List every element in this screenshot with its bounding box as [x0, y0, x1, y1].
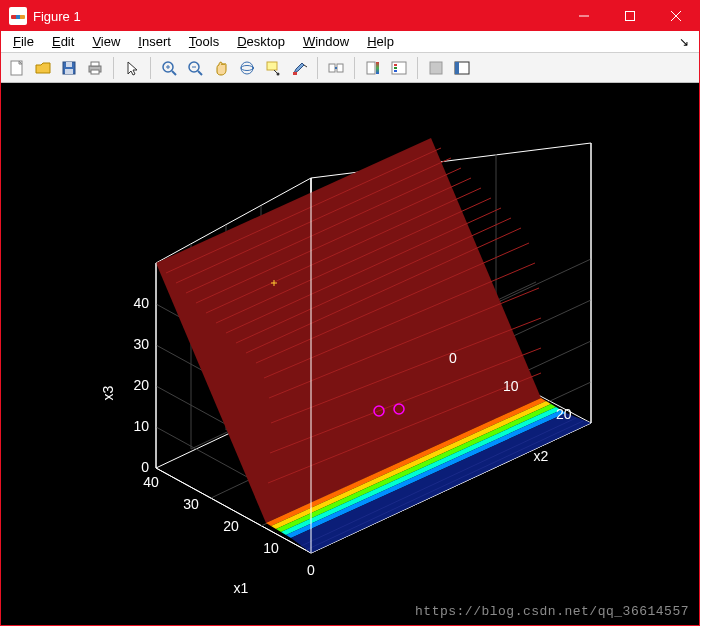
x2-tick-0: 0	[449, 350, 457, 366]
svg-rect-26	[367, 62, 375, 74]
axes-3d[interactable]: 0 10 20 30 40 x3 0 10 20 30 40 x1 0 10 2…	[1, 83, 699, 625]
x1-tick-40: 40	[143, 474, 159, 490]
svg-rect-34	[455, 62, 459, 74]
x1-axis-label: x1	[234, 580, 249, 596]
toolbar	[1, 53, 699, 83]
svg-point-18	[241, 62, 253, 74]
menu-insert[interactable]: Insert	[132, 32, 177, 51]
x3-tick-40: 40	[133, 295, 149, 311]
svg-rect-7	[65, 69, 73, 74]
open-button[interactable]	[31, 56, 55, 80]
toolbar-separator	[354, 57, 355, 79]
surface-plot: 0 10 20 30 40 x3 0 10 20 30 40 x1 0 10 2…	[1, 83, 699, 621]
menu-help[interactable]: Help	[361, 32, 400, 51]
pointer-button[interactable]	[120, 56, 144, 80]
svg-point-21	[277, 72, 280, 75]
legend-button[interactable]	[387, 56, 411, 80]
colorbar-button[interactable]	[361, 56, 385, 80]
figure-window: Figure 1 File Edit View Insert Tools Des…	[0, 0, 700, 626]
toolbar-separator	[417, 57, 418, 79]
svg-rect-22	[293, 72, 297, 75]
x3-axis-label: x3	[100, 385, 116, 400]
x3-tick-10: 10	[133, 418, 149, 434]
watermark-text: https://blog.csdn.net/qq_36614557	[415, 604, 689, 619]
x2-tick-10: 10	[503, 378, 519, 394]
new-figure-button[interactable]	[5, 56, 29, 80]
svg-rect-1	[626, 12, 635, 21]
toolbar-separator	[113, 57, 114, 79]
x1-tick-20: 20	[223, 518, 239, 534]
close-button[interactable]	[653, 1, 699, 31]
svg-rect-20	[267, 62, 277, 70]
save-button[interactable]	[57, 56, 81, 80]
svg-point-19	[241, 65, 253, 70]
svg-rect-24	[337, 64, 343, 72]
x3-tick-30: 30	[133, 336, 149, 352]
rotate3d-button[interactable]	[235, 56, 259, 80]
hide-tools-button[interactable]	[424, 56, 448, 80]
pan-button[interactable]	[209, 56, 233, 80]
svg-line-16	[198, 71, 202, 75]
zoom-in-button[interactable]	[157, 56, 181, 80]
svg-rect-32	[430, 62, 442, 74]
toolbar-separator	[317, 57, 318, 79]
menu-desktop[interactable]: Desktop	[231, 32, 291, 51]
menu-edit[interactable]: Edit	[46, 32, 80, 51]
svg-rect-9	[91, 62, 99, 66]
print-button[interactable]	[83, 56, 107, 80]
svg-line-12	[172, 71, 176, 75]
titlebar[interactable]: Figure 1	[1, 1, 699, 31]
menu-file[interactable]: File	[7, 32, 40, 51]
maximize-button[interactable]	[607, 1, 653, 31]
menubar: File Edit View Insert Tools Desktop Wind…	[1, 31, 699, 53]
minimize-button[interactable]	[561, 1, 607, 31]
datacursor-button[interactable]	[261, 56, 285, 80]
toolbar-separator	[150, 57, 151, 79]
window-title: Figure 1	[33, 9, 81, 24]
menu-view[interactable]: View	[86, 32, 126, 51]
show-tools-button[interactable]	[450, 56, 474, 80]
menu-tools[interactable]: Tools	[183, 32, 225, 51]
x2-axis-label: x2	[534, 448, 549, 464]
svg-rect-23	[329, 64, 335, 72]
svg-rect-6	[66, 62, 72, 67]
x1-tick-30: 30	[183, 496, 199, 512]
link-button[interactable]	[324, 56, 348, 80]
x1-tick-0: 0	[307, 562, 315, 578]
x2-tick-20: 20	[556, 406, 572, 422]
brush-button[interactable]	[287, 56, 311, 80]
x3-tick-20: 20	[133, 377, 149, 393]
x3-tick-0: 0	[141, 459, 149, 475]
svg-rect-27	[376, 62, 379, 74]
svg-rect-10	[91, 70, 99, 74]
dock-arrow-icon[interactable]: ↘	[679, 35, 693, 49]
zoom-out-button[interactable]	[183, 56, 207, 80]
menu-window[interactable]: Window	[297, 32, 355, 51]
matlab-icon	[9, 7, 27, 25]
x1-tick-10: 10	[263, 540, 279, 556]
